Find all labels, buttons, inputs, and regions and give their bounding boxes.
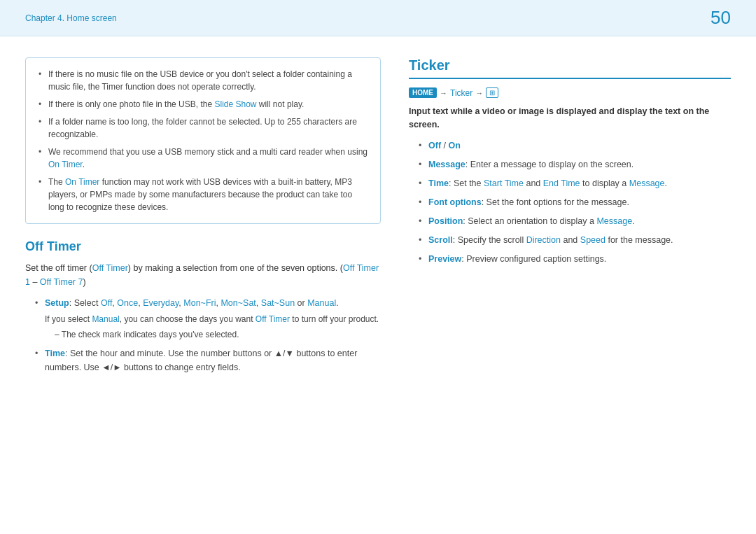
off-on-label: Off — [428, 141, 441, 150]
notice-list: If there is no music file on the USB dev… — [38, 68, 368, 213]
notice-box: If there is no music file on the USB dev… — [25, 57, 381, 224]
setup-label: Setup — [45, 298, 69, 308]
ticker-item-font: Font options: Set the font options for t… — [419, 195, 731, 209]
off-timer-section: Off Timer Set the off timer (Off Timer) … — [25, 239, 381, 374]
setup-mon-fri: Mon~Fri — [183, 298, 216, 308]
notice-item-1: If there is no music file on the USB dev… — [38, 68, 368, 93]
direction-link: Direction — [526, 235, 561, 245]
ticker-item-position: Position: Select an orientation to displ… — [419, 214, 731, 228]
breadcrumb-menu-icon: ⊞ — [486, 87, 498, 98]
ticker-time-label: Time — [428, 178, 449, 188]
ticker-item-preview: Preview: Preview configured caption sett… — [419, 252, 731, 266]
breadcrumb-arrow-2: → — [475, 89, 483, 97]
off-timer-link-intro: Off Timer — [92, 263, 128, 273]
setup-manual: Manual — [307, 298, 336, 308]
scroll-label: Scroll — [428, 235, 453, 245]
manual-link: Manual — [92, 314, 119, 324]
ticker-item-time: Time: Set the Start Time and End Time to… — [419, 176, 731, 190]
ticker-intro: Input text while a video or image is dis… — [409, 105, 731, 132]
off-timer-7-link: Off Timer 7 — [40, 277, 83, 287]
off-timer-intro: Set the off timer (Off Timer) by making … — [25, 261, 381, 289]
setup-once: Once — [117, 298, 138, 308]
off-timer-setup-item: Setup: Select Off, Once, Everyday, Mon~F… — [35, 296, 381, 341]
chapter-title: Chapter 4. Home screen — [25, 13, 117, 23]
start-time-link: Start Time — [484, 178, 524, 188]
breadcrumb-ticker: Ticker — [450, 88, 472, 98]
off-timer-heading: Off Timer — [25, 239, 381, 254]
position-label: Position — [428, 216, 463, 226]
off-timer-dash-note: The check mark indicates days you've sel… — [55, 328, 381, 341]
message-label: Message — [428, 160, 465, 169]
preview-label: Preview — [428, 254, 461, 264]
right-column: Ticker HOME → Ticker → ⊞ Input text whil… — [409, 57, 731, 513]
time-label: Time — [45, 349, 65, 358]
content-area: If there is no music file on the USB dev… — [0, 36, 756, 534]
setup-off: Off — [101, 298, 112, 308]
page-number: 50 — [710, 7, 731, 29]
page-container: Chapter 4. Home screen 50 If there is no… — [0, 0, 756, 534]
breadcrumb-home: HOME — [409, 87, 437, 98]
ticker-list: Off / On Message: Enter a message to dis… — [419, 139, 731, 266]
end-time-link: End Time — [543, 178, 580, 188]
off-timer-list: Setup: Select Off, Once, Everyday, Mon~F… — [35, 296, 381, 374]
setup-sat-sun: Sat~Sun — [261, 298, 295, 308]
on-timer-link-2: On Timer — [65, 177, 99, 187]
ticker-item-message: Message: Enter a message to display on t… — [419, 157, 731, 171]
message-link-time: Message — [629, 178, 665, 188]
notice-item-3: If a folder name is too long, the folder… — [38, 115, 368, 141]
ticker-item-scroll: Scroll: Specify the scroll Direction and… — [419, 233, 731, 247]
breadcrumb-bar: HOME → Ticker → ⊞ — [409, 87, 731, 98]
on-timer-link-1: On Timer — [48, 160, 83, 169]
setup-mon-sat: Mon~Sat — [220, 298, 255, 308]
left-column: If there is no music file on the USB dev… — [25, 57, 381, 513]
breadcrumb-arrow-1: → — [440, 89, 447, 97]
on-label: On — [448, 141, 460, 150]
slide-show-link: Slide Show — [214, 99, 256, 109]
off-timer-link-sub: Off Timer — [255, 314, 290, 324]
notice-item-4: We recommend that you use a USB memory s… — [38, 146, 368, 171]
font-options-label: Font options — [428, 197, 482, 207]
off-timer-sub-note: If you select Manual, you can choose the… — [45, 313, 381, 325]
ticker-section: Ticker HOME → Ticker → ⊞ Input text whil… — [409, 57, 731, 266]
page-header: Chapter 4. Home screen 50 — [0, 0, 756, 36]
ticker-item-off-on: Off / On — [419, 139, 731, 153]
ticker-heading: Ticker — [409, 57, 731, 79]
notice-item-2: If there is only one photo file in the U… — [38, 98, 368, 111]
speed-link: Speed — [580, 235, 606, 245]
setup-everyday: Everyday — [143, 298, 178, 308]
off-timer-time-item: Time: Set the hour and minute. Use the n… — [35, 346, 381, 374]
message-link-position: Message — [596, 216, 632, 226]
notice-item-5: The On Timer function may not work with … — [38, 176, 368, 213]
